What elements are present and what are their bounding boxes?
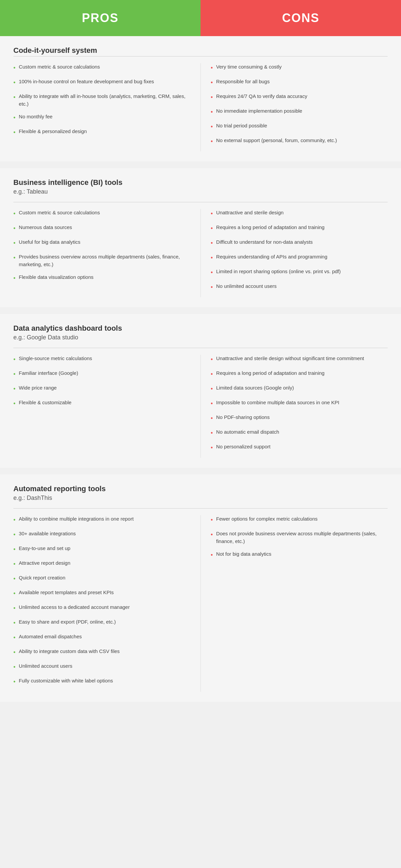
section-subtitle: e.g.: DashThis [13, 495, 388, 501]
bullet-dot-icon: • [13, 677, 15, 686]
list-item-text: Easy-to-use and set up [19, 545, 70, 552]
pros-column: •Custom metric & source calculations•100… [13, 63, 201, 152]
list-item: •Requires a long period of adaptation an… [211, 224, 388, 233]
bullet-dot-icon: • [211, 443, 213, 453]
list-item-text: Unattractive and sterile design without … [216, 355, 364, 363]
list-item: •No automatic email dispatch [211, 428, 388, 438]
list-item: •Automated email dispatches [13, 633, 191, 642]
list-item-text: 100% in-house control on feature develop… [19, 78, 154, 86]
list-item: •No trial period possible [211, 122, 388, 131]
list-item: •Familiar interface (Google) [13, 369, 191, 379]
bullet-dot-icon: • [13, 384, 15, 394]
bullet-dot-icon: • [211, 224, 213, 233]
list-item-text: Custom metric & source calculations [19, 63, 100, 71]
list-item-text: Very time consuming & costly [216, 63, 282, 71]
list-item: •Attractive report design [13, 559, 191, 569]
list-item: •Unattractive and sterile design [211, 209, 388, 218]
list-item-text: Requires a long period of adaptation and… [216, 369, 325, 377]
list-item-text: Attractive report design [19, 559, 70, 567]
list-item-text: Flexible data visualization options [19, 274, 93, 281]
list-item-text: Fully customizable with white label opti… [19, 677, 113, 685]
list-item-text: Ability to integrate custom data with CS… [19, 648, 120, 655]
pros-header: PROS [0, 0, 201, 36]
bullet-dot-icon: • [211, 78, 213, 87]
list-item-text: Custom metric & source calculations [19, 209, 100, 217]
cons-title: CONS [282, 11, 320, 25]
list-item-text: Limited data sources (Google only) [216, 384, 294, 392]
list-item-text: Does not provide business overview acros… [216, 530, 388, 545]
list-item-text: Single-source metric calculations [19, 355, 92, 363]
bullet-dot-icon: • [13, 663, 15, 672]
list-item: •Unlimited access to a dedicated account… [13, 603, 191, 613]
list-item-text: Requires 24/7 QA to verify data accuracy [216, 93, 307, 100]
list-item: •Wide price range [13, 384, 191, 394]
list-item-text: Quick report creation [19, 574, 65, 582]
bullet-dot-icon: • [13, 575, 15, 584]
list-item: •Numerous data sources [13, 224, 191, 233]
list-item-text: No unlimited account users [216, 282, 277, 290]
list-item-text: No personalized support [216, 443, 271, 451]
list-item: •Difficult to understand for non-data an… [211, 239, 388, 248]
list-item: •Quick report creation [13, 574, 191, 584]
list-item: •No unlimited account users [211, 282, 388, 292]
pros-column: •Single-source metric calculations•Famil… [13, 355, 201, 458]
list-item-text: Not for big data analytics [216, 550, 271, 558]
bullet-dot-icon: • [13, 516, 15, 525]
list-item-text: Wide price range [19, 384, 57, 392]
list-item-text: Unattractive and sterile design [216, 209, 284, 217]
list-item: •Custom metric & source calculations [13, 63, 191, 72]
list-item: •Requires a long period of adaptation an… [211, 369, 388, 379]
list-item: •Single-source metric calculations [13, 355, 191, 364]
bullet-dot-icon: • [13, 239, 15, 248]
list-item: •100% in-house control on feature develo… [13, 78, 191, 87]
list-item-text: No monthly fee [19, 113, 53, 121]
list-item: •30+ available integrations [13, 530, 191, 539]
list-item: •Very time consuming & costly [211, 63, 388, 72]
list-item: •Custom metric & source calculations [13, 209, 191, 218]
list-item-text: Flexible & customizable [19, 399, 71, 407]
list-item: •Impossible to combine multiple data sou… [211, 399, 388, 408]
bullet-dot-icon: • [211, 355, 213, 364]
list-item-text: No external support (personal, forum, co… [216, 137, 337, 145]
cons-column: •Very time consuming & costly•Responsibl… [201, 63, 388, 152]
list-item: •Flexible data visualization options [13, 274, 191, 283]
bullet-dot-icon: • [13, 399, 15, 408]
bullet-dot-icon: • [13, 274, 15, 283]
section-title: Automated reporting tools [13, 485, 388, 493]
list-item-text: 30+ available integrations [19, 530, 76, 538]
list-item-text: Difficult to understand for non-data ana… [216, 239, 313, 246]
list-item-text: No automatic email dispatch [216, 428, 279, 436]
cons-header: CONS [201, 0, 401, 36]
list-item: •Ability to integrate with all in-house … [13, 93, 191, 108]
bullet-dot-icon: • [13, 113, 15, 122]
list-item-text: Requires a long period of adaptation and… [216, 224, 325, 231]
bullet-dot-icon: • [13, 560, 15, 569]
bullet-dot-icon: • [211, 283, 213, 292]
section-automated-reporting: Automated reporting toolse.g.: DashThis•… [0, 474, 401, 702]
bullet-dot-icon: • [13, 78, 15, 87]
list-item-text: No immediate implementation possible [216, 107, 302, 115]
bullet-dot-icon: • [211, 414, 213, 423]
bullet-dot-icon: • [13, 209, 15, 218]
list-item-text: Automated email dispatches [19, 633, 81, 641]
list-item: •Useful for big data analytics [13, 239, 191, 248]
list-item: •Ability to combine multiple integration… [13, 515, 191, 525]
bullet-dot-icon: • [211, 122, 213, 131]
cons-column: •Unattractive and sterile design without… [201, 355, 388, 458]
header: PROS CONS [0, 0, 401, 36]
list-item-text: Ability to integrate with all in-house t… [19, 93, 190, 108]
bullet-dot-icon: • [211, 108, 213, 117]
list-item: •Fully customizable with white label opt… [13, 677, 191, 686]
cons-column: •Fewer options for complex metric calcul… [201, 515, 388, 692]
bullet-dot-icon: • [13, 370, 15, 379]
list-item: •Limited data sources (Google only) [211, 384, 388, 394]
bullet-dot-icon: • [13, 355, 15, 364]
list-item: •No immediate implementation possible [211, 107, 388, 117]
list-item-text: Flexible & personalized design [19, 128, 87, 135]
list-item-text: Unlimited access to a dedicated account … [19, 603, 130, 611]
list-item-text: No PDF-sharing options [216, 413, 270, 421]
bullet-dot-icon: • [13, 253, 15, 262]
list-item: •Does not provide business overview acro… [211, 530, 388, 545]
bullet-dot-icon: • [13, 545, 15, 554]
list-item-text: Limited in report sharing options (onlin… [216, 268, 341, 276]
